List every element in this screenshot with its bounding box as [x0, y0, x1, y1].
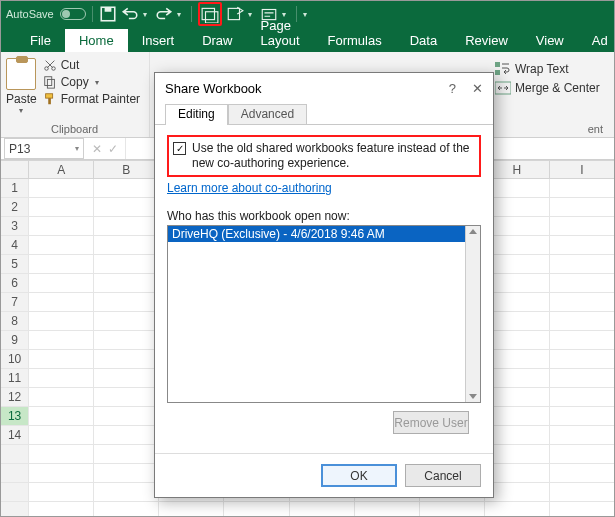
col-header[interactable]: H [484, 161, 549, 179]
svg-rect-10 [45, 94, 52, 98]
use-legacy-checkbox[interactable]: ✓ Use the old shared workbooks feature i… [173, 141, 475, 171]
dialog-close-button[interactable]: ✕ [472, 81, 483, 96]
row-header[interactable]: 8 [1, 312, 29, 331]
autosave-toggle[interactable] [60, 8, 86, 20]
checkbox-label: Use the old shared workbooks feature ins… [192, 141, 475, 171]
name-box[interactable]: P13 ▾ [4, 138, 84, 159]
cancel-button[interactable]: Cancel [405, 464, 481, 487]
scissors-icon [43, 58, 57, 72]
clipboard-icon [6, 58, 36, 90]
alignment-group-label: ent [495, 121, 609, 137]
copy-icon [43, 75, 57, 89]
tab-view[interactable]: View [522, 29, 578, 52]
col-header[interactable]: A [29, 161, 94, 179]
scrollbar[interactable] [465, 226, 480, 402]
dialog-tabs: Editing Advanced [155, 103, 493, 125]
row-header[interactable] [1, 445, 29, 464]
row-header[interactable]: 3 [1, 217, 29, 236]
tab-page-layout[interactable]: Page Layout [247, 14, 314, 52]
row-header[interactable]: 4 [1, 236, 29, 255]
row-header[interactable] [1, 483, 29, 502]
row-header[interactable]: 1 [1, 179, 29, 198]
row-header[interactable]: 12 [1, 388, 29, 407]
clipboard-group-label: Clipboard [6, 121, 143, 137]
ok-button[interactable]: OK [321, 464, 397, 487]
tab-review[interactable]: Review [451, 29, 522, 52]
checkbox-icon: ✓ [173, 142, 186, 155]
row-header[interactable]: 6 [1, 274, 29, 293]
dialog-titlebar: Share Workbook ? ✕ [155, 73, 493, 103]
row-header[interactable]: 14 [1, 426, 29, 445]
who-open-label: Who has this workbook open now: [167, 209, 481, 223]
svg-rect-1 [104, 7, 111, 12]
remove-user-button[interactable]: Remove User [393, 411, 469, 434]
row-header[interactable]: 7 [1, 293, 29, 312]
row-header[interactable]: 11 [1, 369, 29, 388]
select-all-corner[interactable] [1, 161, 29, 179]
share-workbook-dialog: Share Workbook ? ✕ Editing Advanced ✓ Us… [154, 72, 494, 498]
wrap-text-icon [495, 62, 511, 76]
undo-icon[interactable] [121, 5, 139, 23]
paintbrush-icon [43, 92, 57, 106]
undo-dropdown-icon[interactable]: ▾ [143, 10, 151, 19]
tab-file[interactable]: File [16, 29, 65, 52]
copy-button[interactable]: Copy▾ [43, 75, 140, 89]
svg-rect-9 [47, 79, 54, 88]
svg-rect-12 [495, 62, 500, 67]
format-painter-button[interactable]: Format Painter [43, 92, 140, 106]
svg-rect-8 [44, 77, 51, 86]
tab-insert[interactable]: Insert [128, 29, 189, 52]
tab-data[interactable]: Data [396, 29, 451, 52]
tab-draw[interactable]: Draw [188, 29, 246, 52]
row-header[interactable]: 9 [1, 331, 29, 350]
row-header[interactable] [1, 502, 29, 518]
row-header[interactable]: 10 [1, 350, 29, 369]
cancel-formula-icon: ✕ [92, 142, 102, 156]
row-header[interactable]: 2 [1, 198, 29, 217]
col-header[interactable]: B [94, 161, 159, 179]
save-icon[interactable] [99, 5, 117, 23]
chevron-down-icon: ▾ [75, 144, 79, 153]
svg-rect-2 [202, 8, 214, 19]
redo-icon[interactable] [155, 5, 173, 23]
row-header[interactable]: 13 [1, 407, 29, 426]
tab-home[interactable]: Home [65, 29, 128, 52]
wrap-text-button[interactable]: Wrap Text [495, 62, 609, 76]
enter-formula-icon: ✓ [108, 142, 118, 156]
dialog-title: Share Workbook [165, 81, 262, 96]
paste-label: Paste [6, 92, 37, 106]
col-header[interactable]: I [549, 161, 614, 179]
share-workbook-legacy-icon[interactable] [198, 2, 222, 26]
autosave-label: AutoSave [6, 8, 54, 20]
cut-button[interactable]: Cut [43, 58, 140, 72]
protect-share-icon[interactable] [226, 5, 244, 23]
list-item[interactable]: DriveHQ (Exclusive) - 4/6/2018 9:46 AM [168, 226, 465, 242]
tab-formulas[interactable]: Formulas [314, 29, 396, 52]
tab-advanced[interactable]: Advanced [228, 104, 307, 125]
row-header[interactable] [1, 464, 29, 483]
tab-editing[interactable]: Editing [165, 104, 228, 125]
learn-more-link[interactable]: Learn more about co-authoring [167, 181, 332, 195]
svg-rect-13 [495, 70, 500, 75]
users-listbox[interactable]: DriveHQ (Exclusive) - 4/6/2018 9:46 AM [167, 225, 481, 403]
row-header[interactable]: 5 [1, 255, 29, 274]
dialog-help-button[interactable]: ? [449, 81, 456, 96]
tab-addins[interactable]: Ad [578, 29, 615, 52]
svg-rect-11 [48, 98, 51, 104]
svg-rect-3 [205, 12, 217, 23]
ribbon-tabs: File Home Insert Draw Page Layout Formul… [0, 28, 615, 52]
merge-center-icon [495, 81, 511, 95]
highlighted-option: ✓ Use the old shared workbooks feature i… [167, 135, 481, 177]
paste-button[interactable]: Paste ▾ [6, 54, 39, 115]
merge-center-button[interactable]: Merge & Center [495, 81, 609, 95]
redo-dropdown-icon[interactable]: ▾ [177, 10, 185, 19]
